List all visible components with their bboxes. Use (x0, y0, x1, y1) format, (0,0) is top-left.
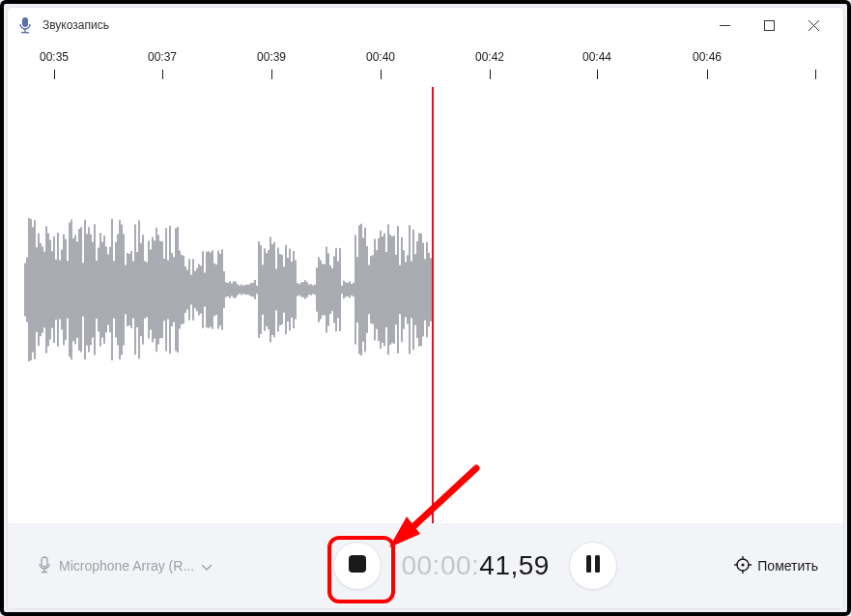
maximize-button[interactable] (747, 10, 791, 41)
toolbar: Microphone Array (R... 00:00:41,59 (8, 523, 843, 608)
microphone-icon (15, 15, 35, 35)
chevron-down-icon (202, 558, 212, 574)
pause-button[interactable] (569, 542, 617, 590)
stop-icon (349, 555, 366, 576)
svg-rect-4 (764, 20, 774, 30)
target-icon (734, 556, 752, 576)
waveform-canvas (8, 87, 843, 483)
ruler-label: 00:35 (40, 50, 69, 64)
titlebar[interactable]: Звукозапись (8, 8, 843, 42)
stop-button[interactable] (333, 542, 382, 590)
ruler-label: 00:44 (582, 50, 611, 64)
ruler-label: 00:40 (366, 50, 395, 64)
close-button[interactable] (791, 10, 836, 41)
window-controls (702, 10, 836, 41)
time-ruler[interactable]: 00:3500:3700:3900:4000:4200:4400:46 (8, 48, 843, 87)
svg-rect-1 (24, 29, 25, 32)
ruler-label: 00:39 (257, 50, 286, 64)
svg-rect-0 (22, 17, 28, 27)
svg-rect-12 (595, 555, 600, 573)
mark-label: Пометить (757, 558, 818, 574)
microphone-label: Microphone Array (R... (59, 558, 194, 574)
minimize-button[interactable] (702, 10, 747, 41)
ruler-label: 00:42 (475, 50, 504, 64)
timer-value: 41,59 (479, 550, 550, 580)
window-title: Звукозапись (43, 18, 109, 32)
svg-rect-2 (21, 32, 29, 33)
app-frame: Звукозапись 00:3500:3700:3900:4000:4200:… (0, 0, 851, 616)
ruler-label: 00:37 (148, 50, 177, 64)
timer-prefix: 00:00: (401, 550, 479, 580)
window: Звукозапись 00:3500:3700:3900:4000:4200:… (8, 8, 843, 608)
waveform-area[interactable] (8, 87, 843, 523)
microphone-selector[interactable]: Microphone Array (R... (27, 551, 222, 581)
svg-rect-7 (42, 557, 47, 567)
pause-icon (585, 555, 601, 576)
svg-point-14 (742, 563, 745, 566)
svg-rect-11 (586, 555, 591, 573)
playhead[interactable] (432, 87, 434, 523)
microphone-icon (38, 556, 51, 576)
svg-rect-10 (349, 555, 366, 573)
timer: 00:00:41,59 (401, 550, 549, 581)
mark-button[interactable]: Пометить (728, 555, 824, 577)
ruler-label: 00:46 (693, 50, 722, 64)
